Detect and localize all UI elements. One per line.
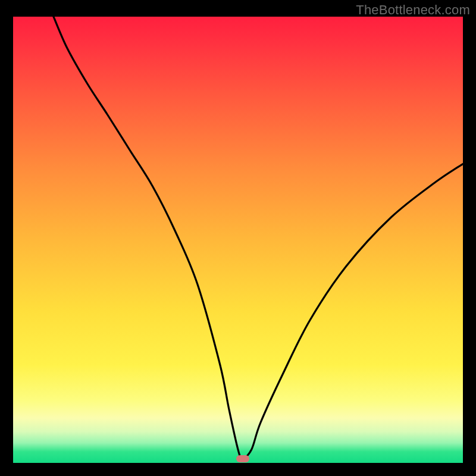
plot-area	[13, 17, 463, 463]
watermark-text: TheBottleneck.com	[356, 2, 470, 18]
optimum-marker	[236, 455, 249, 462]
bottleneck-curve	[13, 17, 463, 463]
chart-container: TheBottleneck.com	[0, 0, 476, 476]
